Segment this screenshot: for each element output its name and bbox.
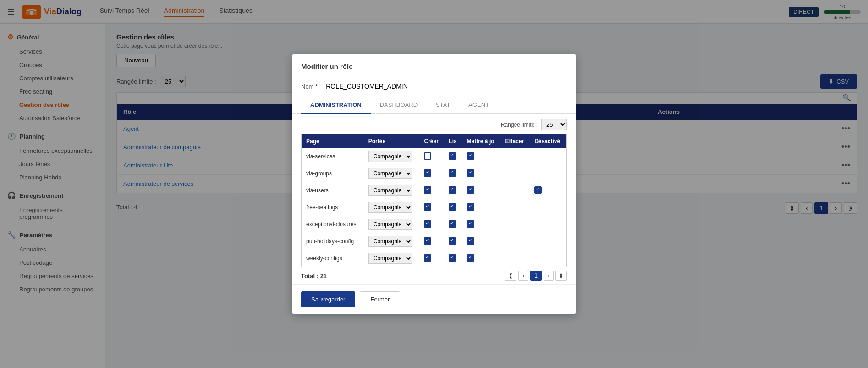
desactive-via-users[interactable] [534,186,542,194]
perm-page-pub-holidays-config: pub-holidays-config [302,233,364,250]
maj-weekly-configs[interactable] [467,254,474,262]
tab-agent[interactable]: AGENT [459,97,498,114]
perm-row-via-services: via-services Compagnie [302,148,567,165]
portee-select-weekly-configs[interactable]: Compagnie [368,253,412,264]
maj-via-groups[interactable] [467,169,474,177]
lis-weekly-configs[interactable] [449,254,456,262]
perm-range-row: Rangée limite : 2550100 [301,119,567,134]
creer-exceptional-closures[interactable] [424,220,431,228]
perm-row-free-seatings: free-seatings Compagnie [302,199,567,216]
perm-page-free-seatings: free-seatings [302,199,364,216]
perm-col-creer: Créer [419,134,444,149]
perm-col-maj: Mettre à jo [462,134,501,149]
perm-first-btn[interactable]: ⟪ [505,271,516,281]
perm-col-effacer: Effacer [500,134,530,149]
modal-footer: Sauvegarder Fermer [292,284,576,314]
portee-select-exceptional-closures[interactable]: Compagnie [368,219,412,230]
perm-col-desactive: Désactivé [530,134,566,149]
save-button[interactable]: Sauvegarder [301,291,355,307]
perm-page-via-services: via-services [302,148,364,165]
creer-pub-holidays-config[interactable] [424,237,431,245]
name-label: Nom * [301,83,318,90]
perm-next-btn[interactable]: › [544,271,554,281]
perm-row-pub-holidays-config: pub-holidays-config Compagnie [302,233,567,250]
perm-pagination: ⟪ ‹ 1 › ⟫ [505,271,567,281]
maj-pub-holidays-config[interactable] [467,237,474,245]
portee-select-free-seatings[interactable]: Compagnie [368,202,412,213]
portee-select-pub-holidays-config[interactable]: Compagnie [368,236,412,247]
creer-via-groups[interactable] [424,169,431,177]
lis-via-services[interactable] [449,152,456,160]
modal-header: Modifier un rôle [292,54,576,74]
maj-free-seatings[interactable] [467,203,474,211]
creer-free-seatings[interactable] [424,203,431,211]
perm-page-1-btn[interactable]: 1 [530,271,542,281]
name-input[interactable] [323,81,442,92]
creer-weekly-configs[interactable] [424,254,431,262]
portee-select-via-groups[interactable]: Compagnie [368,168,412,179]
perm-col-portee: Portée [364,134,420,149]
maj-via-users[interactable] [467,186,474,194]
perm-table: Page Portée Créer Lis Mettre à jo Efface… [301,134,567,267]
perm-page-weekly-configs: weekly-configs [302,250,364,267]
portee-cell: Compagnie [368,151,415,162]
maj-via-services[interactable] [467,152,474,160]
modal-tabs: ADMINISTRATION DASHBOARD STAT AGENT [292,97,576,114]
portee-select-via-services[interactable]: Compagnie [368,151,412,162]
perm-col-lis: Lis [444,134,462,149]
lis-free-seatings[interactable] [449,203,456,211]
perm-total: Total : 21 [301,273,327,279]
perm-table-wrapper: Rangée limite : 2550100 Page Portée Crée… [292,114,576,267]
perm-range-label: Rangée limite : [501,122,538,128]
perm-row-weekly-configs: weekly-configs Compagnie [302,250,567,267]
lis-via-users[interactable] [449,186,456,194]
perm-range-select[interactable]: 2550100 [541,119,567,130]
maj-exceptional-closures[interactable] [467,220,474,228]
perm-page-via-users: via-users [302,182,364,199]
close-button[interactable]: Fermer [360,291,400,307]
perm-row-exceptional-closures: exceptional-closures Compagnie [302,216,567,233]
tab-stat[interactable]: STAT [427,97,459,114]
modal-name-row: Nom * [292,74,576,92]
tab-administration[interactable]: ADMINISTRATION [301,97,371,114]
creer-via-services[interactable] [424,152,431,160]
perm-page-exceptional-closures: exceptional-closures [302,216,364,233]
portee-select-via-users[interactable]: Compagnie [368,185,412,196]
edit-role-modal: Modifier un rôle Nom * ADMINISTRATION DA… [292,54,576,314]
creer-via-users[interactable] [424,186,431,194]
perm-col-page: Page [302,134,364,149]
tab-dashboard[interactable]: DASHBOARD [371,97,427,114]
perm-prev-btn[interactable]: ‹ [518,271,528,281]
perm-row-via-groups: via-groups Compagnie [302,165,567,182]
perm-last-btn[interactable]: ⟫ [555,271,567,281]
perm-page-via-groups: via-groups [302,165,364,182]
lis-pub-holidays-config[interactable] [449,237,456,245]
lis-via-groups[interactable] [449,169,456,177]
modal-overlay: Modifier un rôle Nom * ADMINISTRATION DA… [0,0,868,368]
perm-row-via-users: via-users Compagnie [302,182,567,199]
lis-exceptional-closures[interactable] [449,220,456,228]
modal-title: Modifier un rôle [301,62,567,70]
modal-body: Rangée limite : 2550100 Page Portée Crée… [292,114,576,284]
